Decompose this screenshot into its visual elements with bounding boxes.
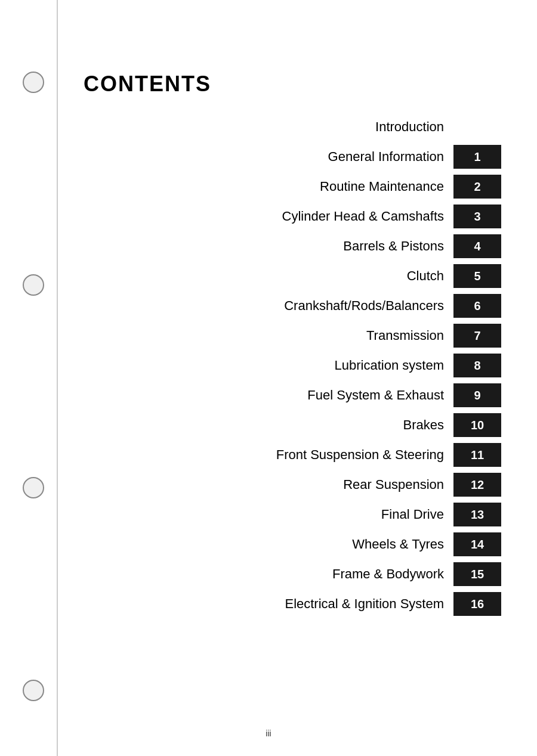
toc-item-frame-bodywork: Frame & Bodywork15 — [84, 562, 501, 587]
toc-item-lubrication-system: Lubrication system8 — [84, 353, 501, 378]
toc-item-rear-suspension: Rear Suspension12 — [84, 472, 501, 497]
page-title: CONTENTS — [84, 72, 501, 97]
binder-hole-3 — [23, 477, 44, 498]
page-container: CONTENTS IntroductionGeneral Information… — [0, 0, 537, 756]
toc-item-barrels-pistons: Barrels & Pistons4 — [84, 234, 501, 259]
toc-number-electrical-ignition-system: 16 — [453, 592, 501, 616]
toc-label-barrels-pistons: Barrels & Pistons — [84, 238, 444, 254]
toc-item-final-drive: Final Drive13 — [84, 502, 501, 527]
toc-list: IntroductionGeneral Information1Routine … — [84, 114, 501, 616]
toc-item-electrical-ignition-system: Electrical & Ignition System16 — [84, 591, 501, 616]
toc-label-front-suspension-steering: Front Suspension & Steering — [84, 447, 444, 463]
binder-hole-1 — [23, 72, 44, 93]
footer-page-number: iii — [266, 729, 271, 738]
toc-label-general-information: General Information — [84, 149, 444, 165]
toc-number-final-drive: 13 — [453, 503, 501, 526]
toc-number-front-suspension-steering: 11 — [453, 443, 501, 467]
binder-hole-2 — [23, 274, 44, 296]
toc-item-introduction: Introduction — [84, 114, 501, 140]
toc-label-routine-maintenance: Routine Maintenance — [84, 179, 444, 194]
toc-label-brakes: Brakes — [84, 417, 444, 433]
toc-item-general-information: General Information1 — [84, 144, 501, 169]
toc-label-electrical-ignition-system: Electrical & Ignition System — [84, 596, 444, 612]
toc-item-brakes: Brakes10 — [84, 413, 501, 438]
toc-number-brakes: 10 — [453, 413, 501, 437]
toc-number-clutch: 5 — [453, 264, 501, 288]
toc-number-routine-maintenance: 2 — [453, 175, 501, 199]
toc-label-crankshaft-rods-balancers: Crankshaft/Rods/Balancers — [84, 298, 444, 314]
toc-number-general-information: 1 — [453, 145, 501, 169]
toc-label-transmission: Transmission — [84, 328, 444, 343]
toc-label-clutch: Clutch — [84, 268, 444, 284]
toc-item-clutch: Clutch5 — [84, 264, 501, 289]
page-footer: iii — [0, 729, 537, 738]
toc-label-lubrication-system: Lubrication system — [84, 358, 444, 373]
toc-label-fuel-system-exhaust: Fuel System & Exhaust — [84, 388, 444, 403]
toc-item-wheels-tyres: Wheels & Tyres14 — [84, 532, 501, 557]
toc-number-rear-suspension: 12 — [453, 473, 501, 497]
content-area: CONTENTS IntroductionGeneral Information… — [84, 36, 501, 616]
toc-item-fuel-system-exhaust: Fuel System & Exhaust9 — [84, 383, 501, 408]
toc-number-cylinder-head-camshafts: 3 — [453, 205, 501, 228]
binder-hole-4 — [23, 680, 44, 701]
toc-item-cylinder-head-camshafts: Cylinder Head & Camshafts3 — [84, 204, 501, 229]
toc-number-barrels-pistons: 4 — [453, 234, 501, 258]
toc-label-wheels-tyres: Wheels & Tyres — [84, 537, 444, 552]
toc-item-front-suspension-steering: Front Suspension & Steering11 — [84, 442, 501, 467]
toc-number-wheels-tyres: 14 — [453, 532, 501, 556]
toc-label-rear-suspension: Rear Suspension — [84, 477, 444, 492]
toc-item-routine-maintenance: Routine Maintenance2 — [84, 174, 501, 199]
margin-line — [57, 0, 58, 756]
toc-number-frame-bodywork: 15 — [453, 562, 501, 586]
toc-label-cylinder-head-camshafts: Cylinder Head & Camshafts — [84, 209, 444, 224]
toc-number-crankshaft-rods-balancers: 6 — [453, 294, 501, 318]
toc-label-frame-bodywork: Frame & Bodywork — [84, 566, 444, 582]
toc-item-transmission: Transmission7 — [84, 323, 501, 348]
toc-label-final-drive: Final Drive — [84, 507, 444, 522]
toc-number-lubrication-system: 8 — [453, 354, 501, 377]
toc-label-introduction: Introduction — [84, 119, 444, 135]
toc-item-crankshaft-rods-balancers: Crankshaft/Rods/Balancers6 — [84, 293, 501, 318]
toc-number-fuel-system-exhaust: 9 — [453, 383, 501, 407]
toc-number-transmission: 7 — [453, 324, 501, 348]
